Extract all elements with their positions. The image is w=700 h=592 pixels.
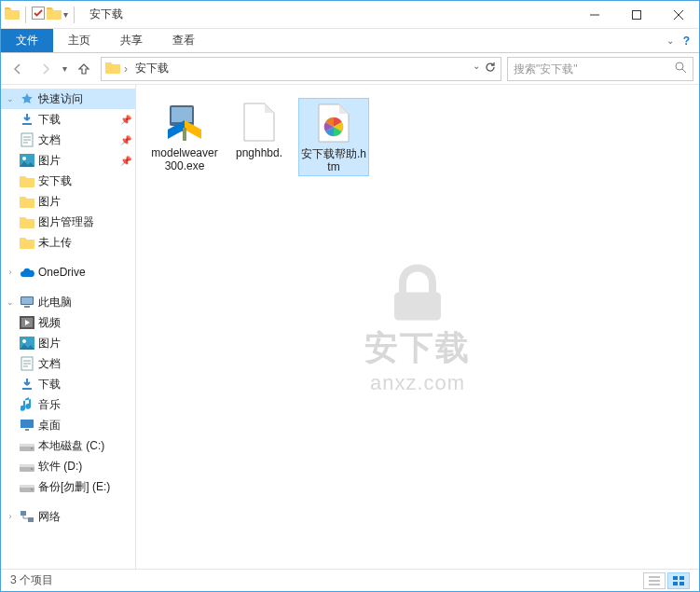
back-button[interactable] [7,58,29,80]
window-title: 安下载 [89,7,123,22]
breadcrumb[interactable]: 安下载 [131,61,172,76]
titlebar: ▾ 安下载 [1,1,699,29]
folder-icon[interactable] [47,7,62,22]
sidebar-item[interactable]: 图片 [1,191,135,212]
drive-icon [20,459,34,474]
svg-rect-7 [22,123,32,125]
tab-share[interactable]: 共享 [105,29,158,52]
folder-icon [20,214,34,229]
tab-home[interactable]: 主页 [53,29,105,52]
sidebar-item[interactable]: 文档📌 [1,130,135,150]
sidebar-item[interactable]: 文档 [1,353,135,374]
statusbar: 3 个项目 [1,569,699,591]
search-box[interactable] [507,57,693,81]
details-view-button[interactable] [643,572,666,589]
tab-file[interactable]: 文件 [1,29,53,52]
search-icon[interactable] [674,61,687,76]
sidebar-item[interactable]: 下载📌 [1,109,135,130]
file-item[interactable]: pnghhbd. [224,98,295,176]
svg-rect-26 [21,420,34,428]
sidebar-this-pc[interactable]: ⌄ 此电脑 [1,292,135,312]
svg-point-33 [31,468,33,470]
sidebar-item[interactable]: 本地磁盘 (C:) [1,435,135,456]
onedrive-icon [20,265,34,280]
sidebar-quick-access[interactable]: ⌄ 快速访问 [1,89,135,109]
view-switcher [643,572,690,589]
pictures-icon [20,336,34,351]
svg-point-36 [31,489,33,490]
quick-access-toolbar: ▾ [1,7,82,23]
close-button[interactable] [657,1,699,29]
sidebar-onedrive[interactable]: › OneDrive [1,262,135,282]
sidebar-item[interactable]: 软件 (D:) [1,456,135,476]
tab-view[interactable]: 查看 [158,29,210,52]
videos-icon [20,315,34,330]
address-dropdown-icon[interactable]: ⌄ [473,61,480,76]
svg-rect-49 [679,576,684,580]
file-label: modelweaver300.exe [151,146,218,172]
drive-icon [20,479,34,494]
history-dropdown-icon[interactable]: ▾ [62,63,67,74]
sidebar-item[interactable]: 音乐 [1,394,135,415]
svg-rect-48 [673,576,678,580]
maximize-button[interactable] [615,1,657,29]
forward-button[interactable] [34,58,57,80]
svg-rect-25 [22,388,32,390]
watermark: 安下载 anxz.com [364,259,471,394]
checkbox-icon[interactable] [32,7,45,22]
svg-point-30 [31,447,33,449]
document-icon [20,132,34,147]
folder-icon [20,194,34,209]
file-item[interactable]: 安下载帮助.htm [298,98,369,176]
address-bar[interactable]: › 安下载 ⌄ [101,57,501,81]
file-icon [237,100,281,145]
pictures-icon [20,153,34,168]
content-area[interactable]: 安下载 anxz.com modelweaver300.exepnghhbd.安… [136,85,699,569]
svg-rect-16 [24,306,30,308]
separator [74,7,75,23]
sidebar-item[interactable]: 下载 [1,374,135,394]
qat-dropdown-icon[interactable]: ▾ [63,9,68,20]
pin-icon: 📌 [120,115,131,125]
drive-icon [20,438,34,453]
sidebar-item[interactable]: 视频 [1,312,135,333]
ribbon: 文件 主页 共享 查看 ⌄ ? [1,29,699,53]
sidebar-item[interactable]: 备份[勿删] (E:) [1,476,135,497]
search-input[interactable] [514,62,674,76]
svg-line-6 [682,69,686,73]
network-icon [20,509,34,524]
sidebar-item[interactable]: 桌面 [1,415,135,435]
sidebar-item[interactable]: 图片📌 [1,150,135,171]
sidebar[interactable]: ⌄ 快速访问 下载📌文档📌图片📌安下载图片图片管理器未上传 › OneDrive… [1,85,136,569]
sidebar-item[interactable]: 安下载 [1,171,135,191]
file-item[interactable]: modelweaver300.exe [149,98,220,176]
refresh-icon[interactable] [484,61,497,76]
svg-rect-40 [172,107,192,122]
svg-rect-35 [20,485,34,488]
file-label: 安下载帮助.htm [301,147,366,173]
download-icon [20,377,34,392]
document-icon [20,356,34,371]
sidebar-item[interactable]: 图片管理器 [1,212,135,232]
sidebar-item[interactable]: 图片 [1,333,135,353]
svg-rect-2 [632,10,640,19]
sidebar-network[interactable]: › 网络 [1,506,135,527]
file-icon [162,100,207,145]
icons-view-button[interactable] [667,572,690,589]
window-controls [573,1,699,29]
status-text: 3 个项目 [10,572,53,588]
minimize-button[interactable] [573,1,615,29]
up-button[interactable] [73,58,95,80]
help-icon[interactable]: ? [683,34,690,48]
svg-rect-15 [21,297,33,304]
separator [25,7,26,23]
expand-ribbon-icon[interactable]: ⌄ [666,35,674,46]
folder-icon [20,173,34,188]
svg-rect-37 [21,511,26,516]
pin-icon: 📌 [120,135,131,145]
ribbon-controls: ⌄ ? [657,29,699,52]
body: ⌄ 快速访问 下载📌文档📌图片📌安下载图片图片管理器未上传 › OneDrive… [1,85,699,569]
svg-point-5 [676,62,683,70]
svg-rect-50 [673,582,678,585]
sidebar-item[interactable]: 未上传 [1,232,135,253]
